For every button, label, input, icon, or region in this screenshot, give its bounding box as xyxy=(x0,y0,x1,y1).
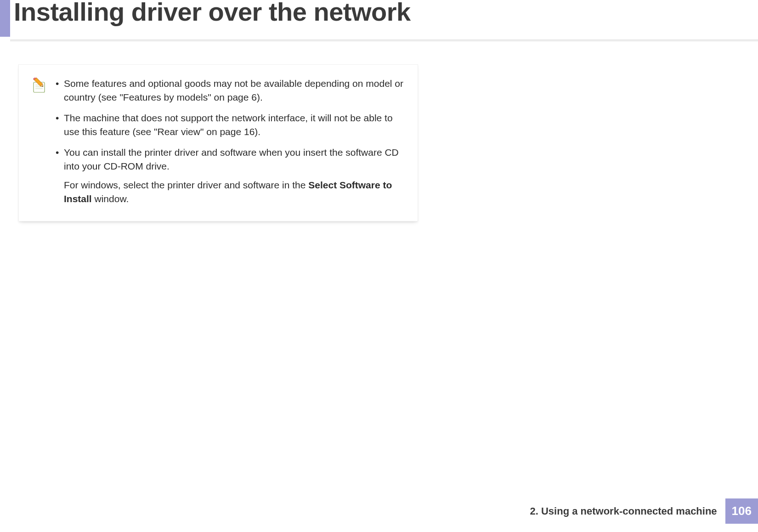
note-bullet-1: Some features and optional goods may not… xyxy=(54,77,404,105)
note-bullet-1-text: Some features and optional goods may not… xyxy=(64,78,403,102)
note-box: Some features and optional goods may not… xyxy=(18,64,418,221)
pencil-note-icon xyxy=(31,78,47,94)
note-content: Some features and optional goods may not… xyxy=(54,77,404,206)
note-bullet-2-text: The machine that does not support the ne… xyxy=(64,113,393,137)
note-bullet-3: You can install the printer driver and s… xyxy=(54,146,404,206)
note-bullet-3-sub-prefix: For windows, select the printer driver a… xyxy=(64,180,308,190)
note-bullet-3-sub: For windows, select the printer driver a… xyxy=(64,178,404,206)
note-bullet-3-sub-suffix: window. xyxy=(92,193,129,204)
page-title: Installing driver over the network xyxy=(14,0,411,26)
footer-page-number: 106 xyxy=(725,498,758,524)
header-accent-bar xyxy=(0,0,10,37)
footer-chapter-label: 2. Using a network-connected machine xyxy=(522,498,725,524)
note-bullet-3-text: You can install the printer driver and s… xyxy=(64,147,399,171)
content-area: Some features and optional goods may not… xyxy=(18,64,418,221)
note-bullet-2: The machine that does not support the ne… xyxy=(54,111,404,139)
header: Installing driver over the network xyxy=(0,0,758,37)
header-divider xyxy=(10,40,758,42)
footer: 2. Using a network-connected machine 106 xyxy=(522,498,758,524)
